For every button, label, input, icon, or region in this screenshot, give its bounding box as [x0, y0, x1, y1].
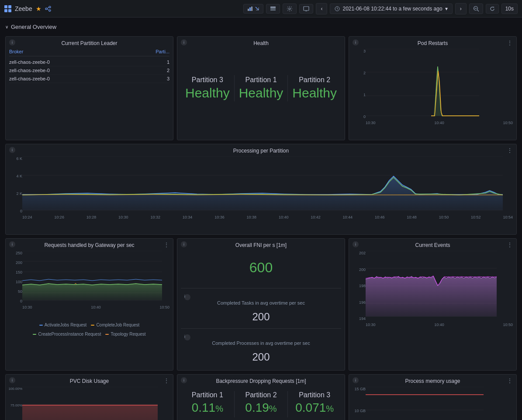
table-row: zell-chaos-zeebe-0 1 [9, 58, 169, 66]
completed-processes-section: i Completed Processes in avg overtime pe… [181, 330, 341, 367]
legend-dot-activatejobs [39, 325, 43, 326]
menu-icon-pod-restarts[interactable]: ⋮ [507, 39, 513, 46]
grid-icon [4, 5, 11, 12]
processing-chart: 6 K4 K2 K0 [9, 156, 513, 231]
settings-button[interactable] [283, 3, 297, 14]
table-header: Broker Parti... [9, 49, 169, 56]
svg-line-8 [256, 7, 259, 10]
panel-pvc-disk: i ⋮ PVC Disk Usage 100.00%75.00%50.00%25… [5, 374, 173, 420]
partition-leader-table: Broker Parti... zell-chaos-zeebe-0 1 zel… [9, 49, 169, 83]
star-icon[interactable]: ★ [36, 5, 41, 12]
svg-marker-41 [366, 276, 497, 316]
gateway-y-axis: 250200150100500 [9, 251, 22, 303]
svg-marker-47 [22, 405, 158, 420]
broker-cell: zell-chaos-zeebe-0 [9, 68, 129, 73]
pod-restarts-chart: 3210 10:3010:4010:50 [353, 49, 513, 136]
row-4: i ⋮ PVC Disk Usage 100.00%75.00%50.00%25… [5, 374, 517, 420]
info-icon-gateway[interactable]: i [9, 241, 15, 247]
row-2: i ⋮ Processing per Partition 6 K4 K2 K0 [5, 144, 517, 235]
health-partition-1-status: Healthy [235, 86, 288, 101]
svg-line-3 [47, 7, 49, 8]
bp-partition-3-value: 0.071% [288, 401, 341, 415]
legend-dot-topology [105, 334, 109, 335]
topbar-right: ‹ 2021-06-08 10:22:44 to a few seconds a… [243, 3, 518, 14]
pvc-svg [22, 387, 158, 420]
topbar-left: Zeebe ★ [4, 5, 239, 12]
share-icon[interactable] [45, 6, 51, 12]
info-icon-pod-restarts[interactable]: i [353, 39, 359, 45]
health-partition-1: Partition 1 Healthy [235, 76, 288, 101]
info-icon-memory[interactable]: i [353, 377, 359, 383]
menu-icon-gateway[interactable]: ⋮ [163, 241, 169, 248]
info-icon-partition-leader[interactable]: i [9, 39, 15, 45]
chart-type-button[interactable] [243, 4, 263, 14]
legend-dot-createprocess [33, 334, 36, 335]
events-chart: 202200198196194 [353, 251, 513, 338]
partition-leader-title: Current Partition Leader [9, 40, 169, 46]
section-chevron[interactable]: ∨ [5, 24, 8, 29]
time-nav-right[interactable]: › [455, 3, 467, 14]
svg-point-2 [49, 10, 51, 11]
panel-gateway: i ⋮ Requests handled by Gateway per sec … [5, 238, 173, 371]
info-icon-backpressure[interactable]: i [181, 377, 187, 383]
bp-partition-1-value: 0.11% [181, 401, 234, 415]
app-title: Zeebe [15, 5, 32, 12]
health-partition-3: Partition 3 Healthy [181, 76, 234, 101]
tv-mode-button[interactable] [299, 4, 313, 14]
events-x-axis: 10:3010:4010:50 [353, 323, 513, 327]
legend-completejob: CompleteJob Request [91, 323, 139, 327]
svg-point-0 [49, 6, 51, 8]
health-partition-1-label: Partition 1 [235, 76, 288, 84]
current-events-title: Current Events [353, 242, 513, 248]
legend-label-activatejobs: ActivateJobs Request [45, 323, 87, 327]
info-icon-health[interactable]: i [181, 39, 187, 45]
processing-x-axis: 10:2410:2610:2810:30 10:3210:3410:3610:3… [9, 215, 513, 219]
info-icon-events[interactable]: i [353, 241, 359, 247]
info-icon-pvc[interactable]: i [9, 377, 15, 383]
bp-partition-2: Partition 2 0.19% [235, 391, 288, 415]
menu-icon-memory[interactable]: ⋮ [507, 377, 513, 384]
row-3: i ⋮ Requests handled by Gateway per sec … [5, 238, 517, 371]
svg-marker-35 [22, 284, 162, 300]
time-range-selector[interactable]: 2021-06-08 10:22:44 to a few seconds ago… [330, 3, 452, 14]
info-icon-processes[interactable]: i [184, 334, 190, 340]
events-y-axis: 202200198196194 [353, 251, 366, 321]
panel-process-memory: i ⋮ Process memory usage 15 GB10 GB5 GB0… [349, 374, 517, 420]
partition-cell: 1 [129, 59, 169, 65]
svg-rect-9 [270, 7, 276, 8]
legend-topology: Topology Request [105, 332, 145, 337]
section-label: General Overview [11, 24, 56, 30]
gateway-x-axis: 10:3010:4010:50 [9, 305, 169, 309]
menu-icon-events[interactable]: ⋮ [507, 241, 513, 248]
fni-value: 600 [181, 251, 341, 285]
zoom-out-button[interactable] [469, 3, 483, 14]
health-partition-3-label: Partition 3 [181, 76, 234, 84]
gateway-legend: ActivateJobs Request CompleteJob Request… [9, 323, 169, 337]
info-icon-fni-top[interactable]: i [181, 241, 187, 247]
col-partition-header: Parti... [129, 49, 169, 54]
health-partition-2: Partition 2 Healthy [288, 76, 341, 101]
info-icon-processing[interactable]: i [9, 147, 15, 153]
menu-icon-pvc[interactable]: ⋮ [163, 377, 169, 384]
svg-rect-6 [249, 7, 251, 11]
main-content: ∨ General Overview i Current Partition L… [0, 17, 522, 420]
bp-partition-3-label: Partition 3 [288, 391, 341, 399]
health-partition-3-status: Healthy [181, 86, 234, 101]
table-row: zell-chaos-zeebe-0 3 [9, 75, 169, 83]
pod-restarts-x-axis: 10:3010:4010:50 [353, 121, 513, 125]
table-view-button[interactable] [266, 4, 280, 14]
gateway-chart: 250200150100500 [9, 251, 169, 321]
refresh-button[interactable] [486, 4, 499, 14]
info-icon-tasks[interactable]: i [184, 294, 190, 300]
pvc-disk-title: PVC Disk Usage [9, 378, 169, 384]
legend-label-topology: Topology Request [111, 332, 145, 337]
refresh-interval-button[interactable]: 10s [501, 3, 518, 14]
completed-tasks-label: Completed Tasks in avg overtime per sec [181, 300, 341, 305]
completed-processes-value: 200 [181, 347, 341, 367]
svg-marker-23 [431, 66, 442, 116]
panel-current-events: i ⋮ Current Events 202200198196194 [349, 238, 517, 371]
legend-dot-completejob [91, 325, 94, 326]
pvc-disk-chart: 100.00%75.00%50.00%25.00%0% [9, 387, 169, 420]
menu-icon-processing[interactable]: ⋮ [507, 147, 513, 154]
time-nav-left[interactable]: ‹ [316, 3, 327, 14]
